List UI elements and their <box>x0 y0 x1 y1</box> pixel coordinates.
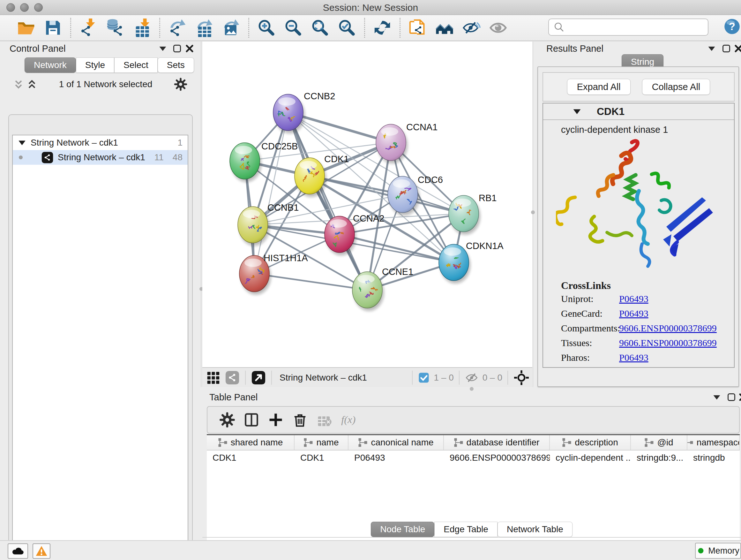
network-node-CCNB2[interactable] <box>273 94 305 133</box>
selected-checkbox-icon[interactable] <box>418 372 429 383</box>
zoom-out-button[interactable] <box>284 18 302 37</box>
tab-style[interactable]: Style <box>76 57 114 73</box>
network-node-CCNE1[interactable] <box>352 272 384 311</box>
expand-all-button[interactable]: Expand All <box>567 79 630 95</box>
import-network-button[interactable] <box>79 18 98 37</box>
show-columns-icon[interactable] <box>243 412 260 428</box>
memory-button[interactable]: Memory <box>695 543 741 559</box>
export-network-button[interactable] <box>168 18 187 37</box>
table-cell[interactable]: stringdb <box>687 450 740 465</box>
splitter-handle-bottom[interactable] <box>470 387 474 391</box>
results-panel-close-icon[interactable] <box>733 43 741 54</box>
warnings-button[interactable] <box>32 543 51 559</box>
network-edge-HIST1H1A-CCNE1[interactable] <box>254 273 367 290</box>
import-database-button[interactable] <box>106 18 125 37</box>
collapse-all-networks-icon[interactable] <box>13 78 24 90</box>
table-cell[interactable]: 9606.ENSP00000378699 <box>444 450 550 465</box>
column-header-database-identifier[interactable]: database identifier <box>444 435 550 450</box>
network-node-CDK1[interactable] <box>294 158 326 197</box>
tab-network-table[interactable]: Network Table <box>497 522 572 537</box>
export-table-button[interactable] <box>195 18 213 37</box>
crosslink-link[interactable]: P06493 <box>619 294 649 304</box>
table-cell[interactable]: CDK1 <box>294 450 348 465</box>
table-panel-float-icon[interactable] <box>726 391 737 403</box>
network-edge-CCNB2-HIST1H1A[interactable] <box>254 112 288 273</box>
results-panel-float-icon[interactable] <box>721 43 732 54</box>
expand-all-networks-icon[interactable] <box>26 78 38 90</box>
control-panel-float-icon[interactable] <box>172 43 183 54</box>
string-home-button[interactable] <box>435 18 454 37</box>
column-header-shared-name[interactable]: shared name <box>207 435 294 450</box>
zoom-selected-button[interactable] <box>338 18 356 37</box>
crosslink-link[interactable]: P06493 <box>619 352 649 363</box>
table-cell[interactable]: P06493 <box>348 450 444 465</box>
column-fork-icon <box>218 438 227 447</box>
column-header-description[interactable]: description <box>550 435 631 450</box>
table-panel-collapse-icon[interactable] <box>711 391 723 403</box>
gene-section-header[interactable]: CDK1 <box>543 104 734 120</box>
view-grid-icon[interactable] <box>206 371 220 385</box>
table-cell[interactable]: cyclin-dependent ... <box>550 450 631 465</box>
network-node-CCNA1[interactable] <box>376 124 408 164</box>
network-collection-row[interactable]: String Network – cdk1 1 <box>13 135 188 150</box>
export-image-button[interactable] <box>222 18 240 37</box>
toolbar-separator <box>70 18 71 38</box>
network-node-RB1[interactable] <box>449 195 480 235</box>
network-node-CDC6[interactable] <box>388 176 419 215</box>
table-cell[interactable]: CDK1 <box>207 450 294 465</box>
help-button[interactable]: ? <box>724 18 740 35</box>
tab-network[interactable]: Network <box>24 57 76 73</box>
fit-crosshair-icon[interactable] <box>514 370 529 385</box>
table-row[interactable]: CDK1CDK1P064939606.ENSP00000378699cyclin… <box>207 450 740 465</box>
table-cell[interactable]: stringdb:9... <box>631 450 687 465</box>
tab-edge-table[interactable]: Edge Table <box>434 522 497 537</box>
view-string-badge-icon[interactable] <box>225 371 239 385</box>
cloud-button[interactable] <box>8 543 28 559</box>
network-row[interactable]: String Network – cdk1 11 48 <box>13 150 188 165</box>
tab-sets[interactable]: Sets <box>158 57 194 73</box>
import-table-button[interactable] <box>133 18 151 37</box>
network-node-CCNA2[interactable] <box>325 216 356 255</box>
delete-column-icon[interactable] <box>292 412 308 428</box>
network-options-gear-icon[interactable] <box>174 77 188 91</box>
table-panel-close-icon[interactable] <box>737 391 741 403</box>
network-canvas[interactable]: CCNB2CCNA1CDC25BCDK1CDC6RB1CCNB1CCNA2CDK… <box>202 42 532 367</box>
open-folder-button[interactable] <box>17 18 36 37</box>
collection-expander-icon[interactable] <box>17 138 27 147</box>
results-panel-title: Results Panel <box>546 43 603 54</box>
tab-node-table[interactable]: Node Table <box>371 522 434 537</box>
network-edge-CCNB2-CCNE1[interactable] <box>288 112 367 290</box>
add-column-icon[interactable] <box>267 412 284 428</box>
tab-select[interactable]: Select <box>114 57 158 73</box>
save-button[interactable] <box>44 18 62 37</box>
control-panel-collapse-icon[interactable] <box>157 43 169 54</box>
toolbar-separator <box>400 18 401 38</box>
clone-network-button[interactable] <box>408 18 427 37</box>
show-graphics-button[interactable] <box>489 18 508 37</box>
collapse-all-button[interactable]: Collapse All <box>642 79 711 95</box>
window-close-button[interactable] <box>6 3 15 12</box>
crosslink-link[interactable]: 9606.ENSP00000378699 <box>619 337 717 348</box>
window-zoom-button[interactable] <box>34 3 43 12</box>
column-header-at-id[interactable]: @id <box>631 435 687 450</box>
search-field[interactable] <box>548 18 709 36</box>
refresh-button[interactable] <box>373 18 392 37</box>
gene-expander-icon[interactable] <box>572 106 582 117</box>
hidden-eye-icon[interactable] <box>465 371 478 384</box>
column-header-canonical-name[interactable]: canonical name <box>348 435 444 450</box>
control-panel-close-icon[interactable] <box>184 43 195 54</box>
zoom-fit-button[interactable] <box>311 18 329 37</box>
crosslink-link[interactable]: 9606.ENSP00000378699 <box>619 323 717 334</box>
column-header-namespace[interactable]: namespace <box>687 435 740 450</box>
window-minimize-button[interactable] <box>20 3 29 12</box>
search-input[interactable] <box>567 22 708 33</box>
network-node-CCNB1[interactable] <box>238 206 269 246</box>
table-settings-gear-icon[interactable] <box>219 412 235 428</box>
results-panel-collapse-icon[interactable] <box>706 43 718 54</box>
birds-eye-view-icon[interactable] <box>252 371 266 385</box>
crosslink-link[interactable]: P06493 <box>619 308 649 319</box>
column-header-name[interactable]: name <box>294 435 348 450</box>
hide-graphics-button[interactable] <box>462 18 481 37</box>
window-title-bar: Session: New Session <box>0 0 741 15</box>
zoom-in-button[interactable] <box>257 18 276 37</box>
